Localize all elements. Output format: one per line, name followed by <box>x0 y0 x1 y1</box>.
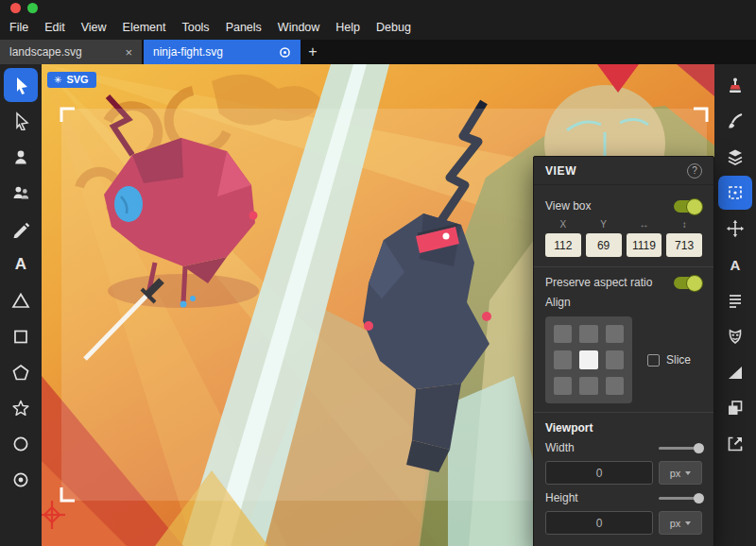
align-cell[interactable] <box>606 350 624 368</box>
tab-landscape[interactable]: landscape.svg × <box>0 40 142 64</box>
text-lines-icon <box>726 291 745 310</box>
svg-badge-label: SVG <box>66 74 88 85</box>
viewport-height-slider[interactable] <box>659 497 702 500</box>
person-icon <box>11 147 30 166</box>
view-box-icon <box>726 183 745 202</box>
menu-element[interactable]: Element <box>123 21 166 34</box>
text-tool-glyph: A <box>15 255 26 274</box>
right-toolbar: A <box>714 64 756 546</box>
viewport-section-title: Viewport <box>545 421 702 435</box>
export-icon <box>726 435 745 453</box>
align-anchor-grid[interactable] <box>545 316 632 403</box>
zoom-window-button[interactable] <box>27 3 38 13</box>
svg-mode-badge[interactable]: ✳ SVG <box>47 72 96 88</box>
viewport-height-label: Height <box>545 491 578 504</box>
viewport-width-input[interactable]: 0 <box>545 461 653 485</box>
view-panel-header: VIEW ? <box>534 157 713 185</box>
pentagon-tool[interactable] <box>4 355 38 389</box>
align-cell[interactable] <box>579 325 597 343</box>
viewport-width-unit-select[interactable]: px <box>659 461 702 485</box>
align-cell[interactable] <box>554 350 572 368</box>
tab-label: ninja-fight.svg <box>153 45 223 59</box>
filters-panel-button[interactable] <box>718 355 752 389</box>
theater-mask-icon <box>726 327 745 346</box>
generators-panel-button[interactable] <box>718 391 752 425</box>
menu-file[interactable]: File <box>9 21 28 34</box>
viewport-height-input[interactable]: 0 <box>545 511 653 535</box>
viewport-height-unit-select[interactable]: px <box>659 511 702 535</box>
close-icon[interactable]: × <box>125 46 132 59</box>
tool-person-group[interactable] <box>4 176 38 210</box>
pencil-tool[interactable] <box>4 212 38 246</box>
panel-title: VIEW <box>545 164 576 178</box>
align-cell[interactable] <box>554 377 572 395</box>
viewbox-height-input[interactable]: 713 <box>666 233 702 257</box>
layers-panel-button[interactable] <box>718 140 752 174</box>
menu-debug[interactable]: Debug <box>376 21 411 34</box>
target-icon <box>11 470 30 489</box>
align-cell[interactable] <box>554 325 572 343</box>
concentric-circle-tool[interactable] <box>4 463 38 497</box>
view-box-fields: X 112 Y 69 ↔ 1119 ↕ 713 <box>545 219 702 257</box>
stamp-icon <box>726 76 745 94</box>
align-cell[interactable] <box>606 377 624 395</box>
preserve-aspect-ratio-toggle[interactable] <box>674 277 702 289</box>
viewbox-width-input[interactable]: 1119 <box>627 233 662 257</box>
align-cell[interactable] <box>579 377 597 395</box>
close-window-button[interactable] <box>10 3 21 13</box>
left-toolbar: A <box>0 64 42 546</box>
ellipse-tool[interactable] <box>4 427 38 461</box>
y-input[interactable]: 69 <box>586 233 622 257</box>
text-tool[interactable]: A <box>4 247 38 282</box>
menu-panels[interactable]: Panels <box>226 21 262 34</box>
gear-icon: ✳ <box>54 75 61 85</box>
chevron-down-icon <box>685 471 691 475</box>
text-panel-button[interactable] <box>718 283 752 317</box>
fill-stamp-panel-button[interactable] <box>718 68 752 102</box>
preserve-aspect-ratio-label: Preserve aspect ratio <box>545 276 652 289</box>
typography-icon: A <box>730 257 741 273</box>
slice-checkbox[interactable] <box>647 354 660 367</box>
select-tool[interactable] <box>4 68 38 102</box>
viewport-width-label: Width <box>545 441 575 454</box>
brush-icon <box>726 111 745 130</box>
star-tool[interactable] <box>4 391 38 425</box>
unit-label: px <box>670 468 681 479</box>
new-tab-button[interactable]: + <box>301 40 325 64</box>
tab-ninja-fight[interactable]: ninja-fight.svg <box>144 40 301 64</box>
menu-bar: File Edit View Element Tools Panels Wind… <box>0 15 756 40</box>
brush-panel-button[interactable] <box>718 104 752 138</box>
view-panel-button[interactable] <box>718 176 752 210</box>
tab-bar: landscape.svg × ninja-fight.svg + <box>0 40 756 64</box>
person-group-icon <box>11 183 30 202</box>
help-button[interactable]: ? <box>687 163 702 179</box>
x-label: X <box>545 219 581 230</box>
export-panel-button[interactable] <box>718 427 752 461</box>
app-window: File Edit View Element Tools Panels Wind… <box>0 0 756 546</box>
typography-panel-button[interactable]: A <box>718 247 752 282</box>
direct-select-tool[interactable] <box>4 104 38 138</box>
move-arrows-icon <box>726 219 745 238</box>
view-box-toggle[interactable] <box>674 200 702 213</box>
chevron-down-icon <box>685 521 691 525</box>
cursor-icon <box>11 76 30 94</box>
menu-view[interactable]: View <box>81 21 107 34</box>
triangle-tool[interactable] <box>4 283 38 317</box>
slope-icon <box>726 363 745 382</box>
menu-window[interactable]: Window <box>278 21 319 34</box>
viewport-width-slider[interactable] <box>659 447 702 450</box>
align-cell[interactable] <box>606 325 624 343</box>
y-label: Y <box>586 219 622 230</box>
rectangle-tool[interactable] <box>4 319 38 353</box>
transform-panel-button[interactable] <box>718 212 752 246</box>
tool-person[interactable] <box>4 140 38 174</box>
x-input[interactable]: 112 <box>545 233 581 257</box>
menu-edit[interactable]: Edit <box>44 21 65 34</box>
masking-panel-button[interactable] <box>718 319 752 353</box>
menu-help[interactable]: Help <box>335 21 360 34</box>
menu-tools[interactable]: Tools <box>181 21 209 34</box>
slice-label: Slice <box>666 353 691 367</box>
align-cell-center[interactable] <box>579 350 597 368</box>
star-icon <box>11 399 30 418</box>
triangle-icon <box>11 291 30 310</box>
